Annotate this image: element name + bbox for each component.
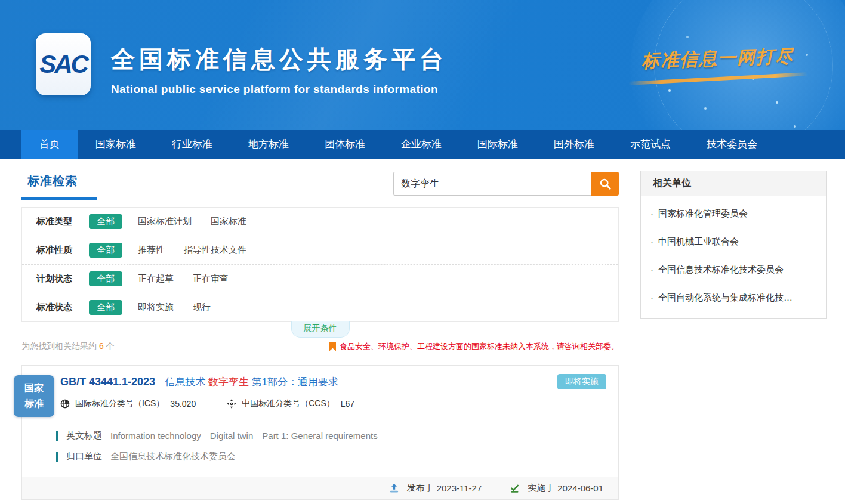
filter-label: 标准性质 <box>36 245 89 256</box>
field-tick-bar <box>56 452 58 462</box>
implement-check-icon <box>510 483 525 493</box>
ics-value: 35.020 <box>170 399 196 409</box>
tab-standard-search[interactable]: 标准检索 <box>21 171 97 200</box>
implement-date-item: 实施于 2024-06-01 <box>510 483 606 494</box>
related-unit-link[interactable]: 全国信息技术标准化技术委员会 <box>641 256 826 284</box>
filter-option[interactable]: 国家标准计划 <box>138 216 192 227</box>
filter-option[interactable]: 现行 <box>193 302 211 313</box>
filter-all-button[interactable]: 全部 <box>89 243 122 258</box>
publish-date-item: 发布于 2023-11-27 <box>389 483 485 494</box>
filter-row: 标准状态 全部 即将实施 现行 <box>22 293 618 321</box>
filter-option[interactable]: 即将实施 <box>138 302 174 313</box>
site-title-block: 全国标准信息公共服务平台 National public service pla… <box>111 43 448 96</box>
publish-label: 发布于 <box>407 483 434 494</box>
filter-option[interactable]: 正在审查 <box>193 273 229 285</box>
filter-option[interactable]: 推荐性 <box>138 245 165 256</box>
nav-tab[interactable]: 团体标准 <box>307 130 383 159</box>
results-row: 为您找到相关结果约6个 食品安全、环境保护、工程建设方面的国家标准未纳入本系统，… <box>21 341 619 352</box>
filter-label: 标准类型 <box>36 216 89 227</box>
standard-code[interactable]: GB/T 43441.1-2023 <box>60 376 155 388</box>
expand-conditions-button[interactable]: 展开条件 <box>291 321 350 338</box>
filter-all-button[interactable]: 全部 <box>89 214 122 229</box>
related-units-title: 相关单位 <box>641 171 826 196</box>
filter-row: 标准类型 全部 国家标准计划 国家标准 <box>22 208 618 236</box>
main-column: 标准检索 标准类型 全部 国家标准计划 国家标准 <box>21 171 619 500</box>
compass-icon <box>227 399 242 409</box>
field-value: Information technology—Digital twin—Part… <box>110 431 378 441</box>
publish-date: 2023-11-27 <box>437 483 482 493</box>
filter-option[interactable]: 正在起草 <box>138 273 174 285</box>
card-footer: 发布于 2023-11-27 实施于 2024-06-01 <box>22 477 618 499</box>
slogan-text: 标准信息一网打尽 <box>625 44 810 75</box>
globe-icon <box>60 399 75 409</box>
sidebar: 相关单位 国家标准化管理委员会中国机械工业联合会全国信息技术标准化技术委员会全国… <box>640 171 827 500</box>
main-nav: 首页国家标准行业标准地方标准团体标准企业标准国际标准国外标准示范试点技术委员会 <box>0 130 845 159</box>
card-fields: 英文标题 Information technology—Digital twin… <box>22 418 618 477</box>
status-badge: 即将实施 <box>557 374 606 389</box>
site-subtitle: National public service platform for sta… <box>111 83 448 96</box>
site-header: SAC 全国标准信息公共服务平台 National public service… <box>0 0 845 130</box>
search-button[interactable] <box>591 172 619 196</box>
classification-row: 国际标准分类号（ICS） 35.020 中国标准分类号（CCS） L6 <box>60 398 606 418</box>
field-label: 归口单位 <box>66 451 102 462</box>
publish-icon <box>389 483 404 493</box>
nav-tab[interactable]: 示范试点 <box>612 130 689 159</box>
notice-text: 食品安全、环境保护、工程建设方面的国家标准未纳入本系统，请咨询相关部委。 <box>340 341 619 352</box>
title-highlight: 数字孪生 <box>208 376 249 388</box>
ccs-value: L67 <box>341 399 354 409</box>
results-summary: 为您找到相关结果约6个 <box>21 341 115 352</box>
related-units-box: 相关单位 国家标准化管理委员会中国机械工业联合会全国信息技术标准化技术委员会全国… <box>640 171 827 319</box>
related-unit-link[interactable]: 国家标准化管理委员会 <box>641 200 826 228</box>
summary-count: 6 <box>99 341 104 351</box>
ics-item: 国际标准分类号（ICS） 35.020 <box>60 398 196 409</box>
nav-tab[interactable]: 国外标准 <box>536 130 612 159</box>
field-value: 全国信息技术标准化技术委员会 <box>110 451 236 462</box>
filter-label: 计划状态 <box>36 273 89 285</box>
sac-logo[interactable]: SAC <box>36 33 91 95</box>
related-unit-link[interactable]: 中国机械工业联合会 <box>641 228 826 256</box>
nav-tab[interactable]: 技术委员会 <box>689 130 775 159</box>
slogan-block: 标准信息一网打尽 <box>625 47 810 81</box>
filter-label: 标准状态 <box>36 302 89 313</box>
related-units-list: 国家标准化管理委员会中国机械工业联合会全国信息技术标准化技术委员会全国自动化系统… <box>641 196 826 318</box>
search-row: 标准检索 <box>21 171 619 200</box>
nav-tab[interactable]: 行业标准 <box>154 130 230 159</box>
implement-date: 2024-06-01 <box>557 483 603 493</box>
title-pre: 信息技术 <box>165 376 206 388</box>
field-tick-bar <box>56 431 58 441</box>
result-card[interactable]: 国家 标准 GB/T 43441.1-2023 信息技术 数字孪生 第1部分：通… <box>21 365 619 500</box>
system-notice: 食品安全、环境保护、工程建设方面的国家标准未纳入本系统，请咨询相关部委。 <box>329 341 619 352</box>
related-unit-link[interactable]: 全国自动化系统与集成标准化技… <box>641 284 826 312</box>
standard-title[interactable]: GB/T 43441.1-2023 信息技术 数字孪生 第1部分：通用要求 <box>60 375 606 389</box>
summary-suffix: 个 <box>106 341 115 351</box>
nav-tab[interactable]: 首页 <box>21 130 78 159</box>
summary-prefix: 为您找到相关结果约 <box>21 341 97 351</box>
spark-dots-decoration <box>668 89 671 92</box>
ccs-label: 中国标准分类号（CCS） <box>242 398 335 409</box>
nav-tab[interactable]: 国际标准 <box>459 130 536 159</box>
site-title: 全国标准信息公共服务平台 <box>111 43 448 76</box>
nav-tab[interactable]: 企业标准 <box>383 130 459 159</box>
bookmark-icon <box>329 342 336 351</box>
filter-all-button[interactable]: 全部 <box>89 271 122 286</box>
card-head: GB/T 43441.1-2023 信息技术 数字孪生 第1部分：通用要求 即将… <box>22 366 618 418</box>
field-row: 归口单位 全国信息技术标准化技术委员会 <box>56 451 606 462</box>
field-label: 英文标题 <box>66 430 102 441</box>
filter-option[interactable]: 指导性技术文件 <box>184 245 246 256</box>
nav-tab[interactable]: 国家标准 <box>78 130 154 159</box>
ccs-item: 中国标准分类号（CCS） L67 <box>227 398 354 409</box>
field-row: 英文标题 Information technology—Digital twin… <box>56 430 606 441</box>
filter-row: 计划状态 全部 正在起草 正在审查 <box>22 264 618 293</box>
filter-option[interactable]: 国家标准 <box>211 216 246 227</box>
search-icon <box>599 178 612 190</box>
implement-label: 实施于 <box>528 483 554 494</box>
sac-logo-text: SAC <box>39 50 87 79</box>
filter-row: 标准性质 全部 推荐性 指导性技术文件 <box>22 236 618 264</box>
title-post: 第1部分：通用要求 <box>251 376 338 388</box>
search-input[interactable] <box>393 172 591 196</box>
content: 标准检索 标准类型 全部 国家标准计划 国家标准 <box>0 159 845 500</box>
filter-all-button[interactable]: 全部 <box>89 300 122 315</box>
nav-tab[interactable]: 地方标准 <box>230 130 307 159</box>
filter-panel: 标准类型 全部 国家标准计划 国家标准 标准性质 全部 推荐性 指导性技术文件 … <box>21 207 619 322</box>
expand-wrap: 展开条件 <box>21 322 619 338</box>
